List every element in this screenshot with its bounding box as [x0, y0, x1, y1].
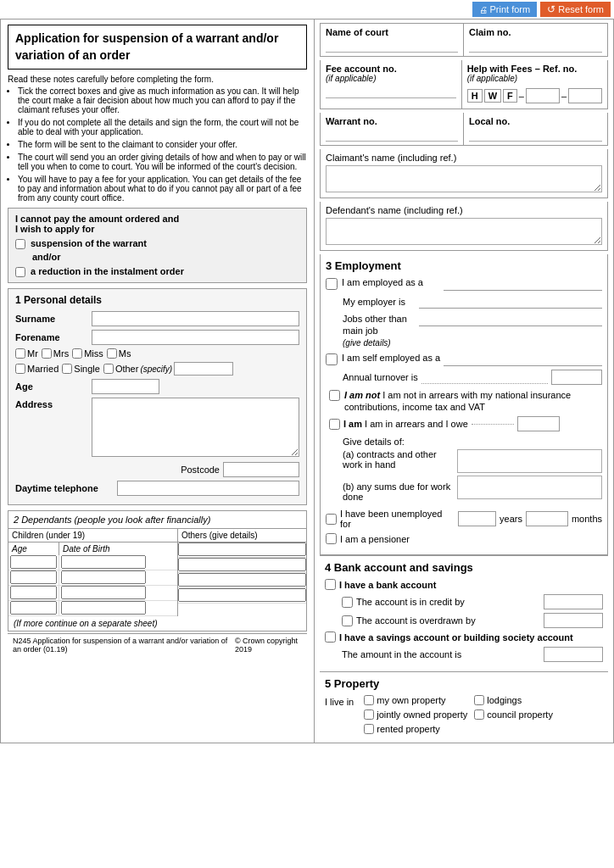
cannot-pay-box: I cannot pay the amount ordered and I wi…: [8, 208, 307, 283]
jobs-input[interactable]: [419, 313, 602, 326]
unemployed-years-input[interactable]: [458, 511, 496, 526]
overdrawn-checkbox[interactable]: [342, 615, 353, 626]
defendant-label: Defendant's name (including ref.): [326, 205, 602, 215]
hwf-input2[interactable]: [568, 88, 602, 103]
contracts-label: (a) contracts and other work in hand: [343, 449, 452, 470]
postcode-input[interactable]: [223, 462, 299, 477]
contracts-input[interactable]: [457, 449, 602, 473]
daytime-input[interactable]: [117, 481, 299, 496]
single-item: Single: [62, 362, 100, 376]
dep-age-3[interactable]: [10, 586, 57, 599]
employed-input[interactable]: [444, 277, 602, 291]
children-header: Children (under 19): [8, 529, 177, 542]
dep-others-col: Others (give details): [178, 529, 306, 616]
jobs-row: Jobs other than main job (give details): [326, 313, 602, 348]
address-input[interactable]: [92, 398, 299, 457]
wish-to-apply-text: I wish to apply for: [15, 224, 299, 234]
dep-dob-3[interactable]: [61, 586, 146, 599]
defendant-sub: (including ref.): [404, 205, 463, 215]
not-arrears-checkbox[interactable]: [329, 390, 340, 401]
employed-row: I am employed as a: [326, 277, 602, 291]
dep-other-input-1[interactable]: [178, 542, 306, 556]
footer-note: N245 Application for suspension of a war…: [8, 633, 307, 656]
title-mr-checkbox[interactable]: [15, 348, 25, 359]
am-arrears-label: I am in arrears and I owe: [365, 419, 468, 429]
age-input[interactable]: [92, 379, 159, 394]
dep-age-1[interactable]: [10, 555, 57, 569]
reset-button[interactable]: Reset form: [540, 2, 611, 17]
dep-dob-1[interactable]: [61, 555, 146, 569]
reduction-checkbox[interactable]: [15, 267, 25, 277]
title-row: Mr Mrs Miss Ms: [15, 348, 299, 359]
print-button[interactable]: Print form: [472, 2, 538, 17]
turnover-input[interactable]: [551, 370, 602, 385]
bank-account-row: I have a bank account: [325, 579, 603, 590]
own-property-item: my own property: [364, 695, 467, 705]
savings-amount-input[interactable]: [544, 647, 603, 662]
instruction-1: Tick the correct boxes and give as much …: [18, 86, 307, 114]
not-arrears-text: I am not I am not in arrears with my nat…: [344, 389, 602, 414]
claim-no-input[interactable]: [469, 39, 602, 53]
lodgings-checkbox[interactable]: [474, 695, 484, 705]
own-property-checkbox[interactable]: [364, 695, 374, 705]
sums-input[interactable]: [457, 476, 602, 499]
court-name-input[interactable]: [326, 39, 458, 53]
bank-account-checkbox[interactable]: [325, 579, 336, 590]
suspension-checkbox[interactable]: [15, 239, 25, 249]
address-label: Address: [15, 398, 92, 409]
forename-input[interactable]: [92, 330, 299, 345]
jointly-owned-checkbox[interactable]: [364, 709, 374, 720]
daytime-row: Daytime telephone: [15, 481, 299, 496]
council-property-checkbox[interactable]: [474, 709, 484, 720]
other-checkbox[interactable]: [103, 364, 114, 374]
defendant-input[interactable]: [326, 218, 602, 245]
unemployed-checkbox[interactable]: [326, 514, 337, 525]
jobs-label-text: Jobs other than main job: [343, 314, 407, 336]
dep-row-1: [8, 555, 177, 570]
surname-label: Surname: [15, 314, 92, 324]
fee-account-input[interactable]: [326, 85, 456, 98]
andor-label: and/or: [15, 252, 299, 262]
arrears-row: I am I am in arrears and I owe: [326, 416, 602, 431]
dep-other-input-2[interactable]: [178, 558, 306, 571]
title-miss-checkbox[interactable]: [72, 348, 82, 359]
self-employed-input[interactable]: [444, 353, 602, 366]
other-specify-input[interactable]: [174, 362, 233, 376]
employer-input[interactable]: [419, 295, 602, 309]
dependants-section: 2 Dependants (people you look after fina…: [8, 510, 307, 632]
savings-checkbox[interactable]: [325, 632, 336, 643]
dep-other-input-3[interactable]: [178, 573, 306, 587]
dep-dob-2[interactable]: [61, 570, 146, 584]
section2-title: 2 Dependants: [14, 515, 72, 525]
dep-age-2[interactable]: [10, 570, 57, 584]
rented-property-checkbox[interactable]: [364, 724, 374, 734]
claimant-input[interactable]: [326, 165, 602, 192]
single-checkbox[interactable]: [62, 364, 72, 374]
credit-checkbox[interactable]: [342, 597, 353, 608]
title-ms-checkbox[interactable]: [107, 348, 117, 359]
self-employed-checkbox[interactable]: [326, 353, 338, 365]
employed-checkbox[interactable]: [326, 278, 338, 290]
dep-age-4[interactable]: [10, 601, 57, 615]
dep-other-1: [178, 542, 306, 558]
help-fees-cell: Help with Fees – Ref. no. (if applicable…: [462, 60, 607, 108]
overdrawn-input[interactable]: [544, 613, 603, 628]
not-arrears-row: I am not I am not in arrears with my nat…: [326, 389, 602, 414]
credit-input[interactable]: [544, 594, 603, 609]
surname-input[interactable]: [92, 311, 299, 326]
arrears-checkbox[interactable]: [329, 419, 340, 430]
warrant-no-input[interactable]: [326, 128, 458, 142]
unemployed-months-input[interactable]: [526, 511, 568, 526]
pensioner-checkbox[interactable]: [326, 533, 337, 544]
fee-account-label: Fee account no.: [326, 64, 456, 74]
arrears-input[interactable]: [517, 416, 560, 431]
warrant-no-cell: Warrant no.: [321, 113, 464, 145]
title-mrs-checkbox[interactable]: [42, 348, 52, 359]
dep-dob-4[interactable]: [61, 601, 146, 615]
married-checkbox[interactable]: [15, 364, 25, 374]
instruction-4: The court will send you an order giving …: [18, 153, 307, 171]
hwf-input1[interactable]: [526, 88, 560, 103]
dep-other-input-4[interactable]: [178, 588, 306, 602]
footer-right: © Crown copyright 2019: [235, 637, 302, 654]
local-no-input[interactable]: [469, 128, 602, 142]
